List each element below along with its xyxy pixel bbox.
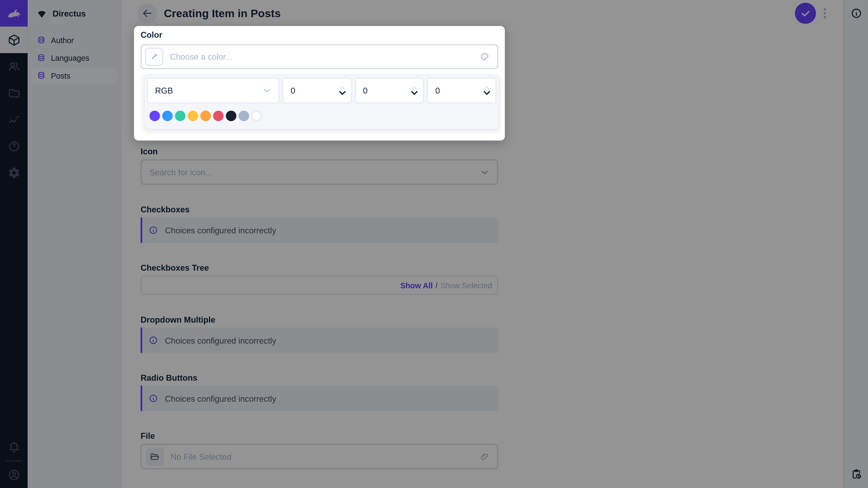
stepper-up-icon[interactable] bbox=[484, 86, 490, 90]
color-mode-value: RGB bbox=[155, 86, 173, 95]
color-value-input[interactable] bbox=[170, 52, 473, 61]
color-swatch[interactable] bbox=[175, 111, 186, 121]
color-swatch[interactable] bbox=[162, 111, 173, 121]
channel-g-cell bbox=[355, 77, 424, 103]
stepper bbox=[483, 86, 491, 95]
color-picker-popup: Color RGB bbox=[134, 26, 505, 140]
screen: Directus Author L bbox=[0, 0, 868, 488]
stepper bbox=[411, 86, 418, 95]
color-swatch[interactable] bbox=[149, 111, 160, 121]
stepper bbox=[339, 86, 346, 95]
chevron-down-icon bbox=[262, 86, 272, 95]
color-swatch[interactable] bbox=[213, 111, 224, 121]
color-mode-select[interactable]: RGB bbox=[147, 77, 280, 103]
palette-icon[interactable] bbox=[480, 52, 489, 61]
color-swatch[interactable] bbox=[188, 111, 198, 121]
eyedropper-icon bbox=[149, 52, 159, 61]
channel-r-input[interactable] bbox=[291, 86, 336, 95]
channel-b-cell bbox=[427, 77, 497, 103]
color-swatch[interactable] bbox=[226, 111, 237, 121]
color-input-box bbox=[141, 44, 498, 69]
stepper-down-icon[interactable] bbox=[339, 90, 346, 95]
color-swatch[interactable] bbox=[200, 111, 211, 121]
channel-g-input[interactable] bbox=[363, 86, 409, 95]
eyedropper-button[interactable] bbox=[145, 48, 163, 66]
channel-b-input[interactable] bbox=[435, 86, 481, 95]
color-field-label: Color bbox=[141, 30, 498, 39]
stepper-up-icon[interactable] bbox=[339, 86, 345, 90]
stepper-down-icon[interactable] bbox=[483, 90, 491, 95]
stepper-up-icon[interactable] bbox=[411, 86, 417, 90]
color-picker-menu: RGB bbox=[144, 75, 499, 129]
color-swatch[interactable] bbox=[239, 111, 249, 121]
swatch-row bbox=[145, 106, 499, 129]
color-swatch[interactable] bbox=[251, 111, 262, 121]
stepper-down-icon[interactable] bbox=[411, 90, 418, 95]
channel-r-cell bbox=[282, 77, 352, 103]
color-mode-row: RGB bbox=[145, 75, 499, 106]
